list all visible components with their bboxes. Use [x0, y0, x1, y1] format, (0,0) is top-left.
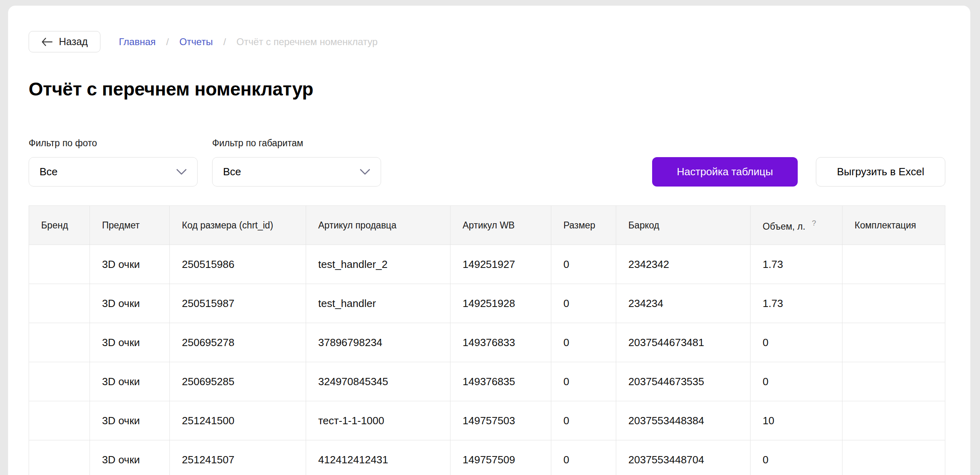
table-cell: 2037544673481 — [616, 323, 751, 362]
controls-row: Фильтр по фото Все Фильтр по габаритам В… — [29, 138, 945, 187]
breadcrumb-separator: / — [166, 36, 169, 48]
breadcrumb-link-reports[interactable]: Отчеты — [179, 36, 213, 48]
table-cell: 324970845345 — [306, 362, 450, 401]
table-cell: 10 — [751, 401, 842, 440]
table-cell: 149757509 — [450, 440, 551, 475]
column-header-9: Комплектация — [842, 206, 945, 245]
table-row: 3D очки250695278378967982341493768330203… — [29, 323, 945, 362]
back-button[interactable]: Назад — [29, 31, 100, 52]
table-cell — [29, 245, 90, 284]
column-header-4: Артикул продавца — [306, 206, 450, 245]
table-cell: 250695278 — [170, 323, 306, 362]
column-header-label: Комплектация — [855, 220, 916, 230]
column-header-label: Бренд — [41, 220, 68, 230]
breadcrumb-current-page: Отчёт с перечнем номенклатур — [236, 36, 377, 48]
column-header-label: Артикул WB — [463, 220, 515, 230]
column-header-2: Предмет — [90, 206, 170, 245]
table-cell: 2037553448704 — [616, 440, 751, 475]
table-cell: 3D очки — [90, 245, 170, 284]
table-cell — [842, 401, 945, 440]
back-button-label: Назад — [59, 36, 88, 48]
table-row: 3D очки250695285324970845345149376835020… — [29, 362, 945, 401]
table-cell: 0 — [551, 245, 616, 284]
table-cell: 234234 — [616, 284, 751, 323]
column-header-label: Объем, л. — [763, 221, 805, 232]
photo-filter-value: Все — [40, 166, 58, 178]
page-title: Отчёт с перечнем номенклатур — [29, 78, 945, 100]
table-cell: 0 — [551, 284, 616, 323]
photo-filter-label: Фильтр по фото — [29, 138, 198, 149]
table-cell: test_handler_2 — [306, 245, 450, 284]
table-cell: 149757503 — [450, 401, 551, 440]
table-settings-button[interactable]: Настройка таблицы — [652, 157, 798, 187]
help-icon[interactable]: ? — [812, 219, 816, 227]
column-header-label: Размер — [563, 220, 595, 230]
table-cell: 149376833 — [450, 323, 551, 362]
table-cell: 1.73 — [751, 284, 842, 323]
table-cell: 149251927 — [450, 245, 551, 284]
breadcrumb-link-home[interactable]: Главная — [119, 36, 156, 48]
nomenclature-table: БрендПредметКод размера (chrt_id)Артикул… — [29, 205, 945, 475]
table-cell: 0 — [751, 362, 842, 401]
table-cell — [842, 323, 945, 362]
table-cell: 0 — [551, 362, 616, 401]
column-header-label: Баркод — [628, 220, 659, 230]
dimensions-filter-group: Фильтр по габаритам Все — [212, 138, 381, 187]
table-header: БрендПредметКод размера (chrt_id)Артикул… — [29, 206, 945, 245]
column-header-3: Код размера (chrt_id) — [170, 206, 306, 245]
table-row: 3D очки251241500тест-1-1-100014975750302… — [29, 401, 945, 440]
breadcrumb: Главная / Отчеты / Отчёт с перечнем номе… — [119, 36, 378, 48]
table-cell: 37896798234 — [306, 323, 450, 362]
table-cell: 1.73 — [751, 245, 842, 284]
table-cell: 250515986 — [170, 245, 306, 284]
table-cell: 149251928 — [450, 284, 551, 323]
export-excel-button[interactable]: Выгрузить в Excel — [816, 157, 945, 187]
table-cell: 0 — [751, 323, 842, 362]
table-cell — [842, 245, 945, 284]
table-cell: 2342342 — [616, 245, 751, 284]
dimensions-filter-label: Фильтр по габаритам — [212, 138, 381, 149]
breadcrumb-separator: / — [223, 36, 226, 48]
column-header-8: Объем, л.? — [751, 206, 842, 245]
column-header-6: Размер — [551, 206, 616, 245]
table-row: 3D очки250515986test_handler_21492519270… — [29, 245, 945, 284]
chevron-down-icon — [360, 169, 370, 175]
table-cell: 250515987 — [170, 284, 306, 323]
table-cell: test_handler — [306, 284, 450, 323]
table-cell: 3D очки — [90, 323, 170, 362]
table-cell — [29, 401, 90, 440]
table-cell — [842, 284, 945, 323]
column-header-label: Артикул продавца — [318, 220, 396, 230]
table-header-row: БрендПредметКод размера (chrt_id)Артикул… — [29, 206, 945, 245]
table-cell — [842, 362, 945, 401]
photo-filter-select[interactable]: Все — [29, 157, 198, 187]
table-cell: 3D очки — [90, 401, 170, 440]
arrow-left-icon — [41, 37, 52, 46]
table-cell: 0 — [751, 440, 842, 475]
table-row: 3D очки251241507412412412431149757509020… — [29, 440, 945, 475]
table-cell — [29, 362, 90, 401]
table-cell: 2037553448384 — [616, 401, 751, 440]
table-cell — [29, 323, 90, 362]
chevron-down-icon — [176, 169, 187, 175]
table-cell: 3D очки — [90, 440, 170, 475]
column-header-label: Предмет — [102, 220, 140, 230]
table-cell: 412412412431 — [306, 440, 450, 475]
column-header-1: Бренд — [29, 206, 90, 245]
column-header-7: Баркод — [616, 206, 751, 245]
table-body: 3D очки250515986test_handler_21492519270… — [29, 245, 945, 475]
table-cell: 251241507 — [170, 440, 306, 475]
table-cell — [29, 440, 90, 475]
table-cell: 3D очки — [90, 362, 170, 401]
table-cell: 0 — [551, 440, 616, 475]
content-card: Назад Главная / Отчеты / Отчёт с перечне… — [8, 6, 970, 475]
table-cell: 0 — [551, 401, 616, 440]
table-cell: 251241500 — [170, 401, 306, 440]
table-cell — [29, 284, 90, 323]
table-cell: 149376835 — [450, 362, 551, 401]
dimensions-filter-select[interactable]: Все — [212, 157, 381, 187]
table-cell — [842, 440, 945, 475]
dimensions-filter-value: Все — [223, 166, 241, 178]
top-navigation-row: Назад Главная / Отчеты / Отчёт с перечне… — [29, 31, 945, 52]
column-header-5: Артикул WB — [450, 206, 551, 245]
